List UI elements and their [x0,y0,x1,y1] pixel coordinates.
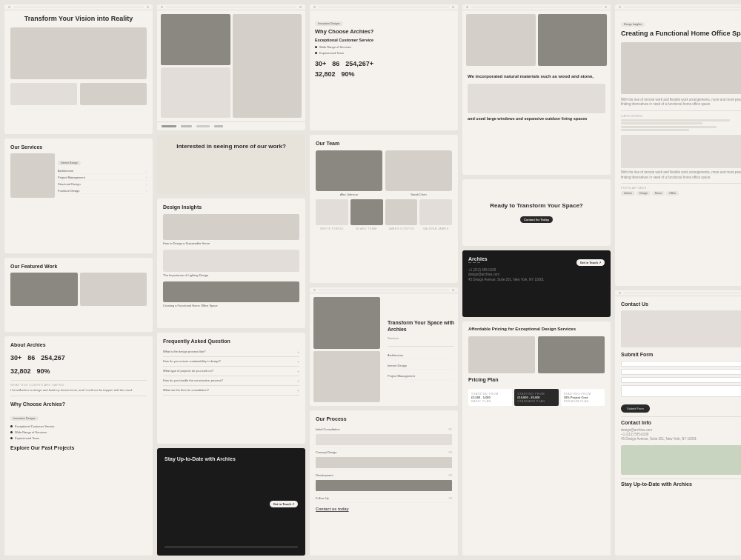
blog-excerpt: With the rise of remote work and flexibl… [621,98,741,107]
categories-label: Categories [621,114,741,118]
standard-plan: Starting from £10,000 - 20,000 Standard … [514,389,558,406]
team-heading: Our Team [316,140,452,147]
nav-bar [4,4,153,10]
faq-2[interactable]: How do you ensure sustainability in desi… [163,357,299,367]
service-item-4[interactable]: Furniture Design › [58,187,147,194]
faq-arrow-1: + [297,350,299,354]
faq-1[interactable]: What is the design process like? + [163,347,299,357]
name-field[interactable] [621,361,741,367]
avatar-4 [350,199,383,225]
basic-plan: Starting from £2,500 - 5,000 Basic Plan [468,389,512,406]
div-contact-2 [621,479,741,479]
wf-dot-1 [315,46,317,48]
service-item-3[interactable]: Structural Design › [58,181,147,187]
phone-field[interactable] [621,377,741,383]
step-2-num: 02 [449,450,452,454]
contact-for-today-btn[interactable]: Contact for Today [520,216,553,223]
service-item-2[interactable]: Project Management › [58,174,147,181]
avatar-5 [385,199,418,225]
why-feature-1-text: Wide Range of Services [319,45,351,49]
pricing-img-1 [468,336,535,373]
submit-button[interactable]: Submit Form [621,404,650,413]
blog-card-3: Creating a Functional Home Office Space [163,281,299,307]
team-member-3: White Forge [316,199,348,230]
featured-img-2 [80,273,147,306]
blog-title-2: The Importance of Lighting Design [163,273,299,277]
stay-updated-heading: Stay Up-to-Date with Archies [621,481,741,487]
service-arrow-1: › [146,169,147,173]
blog-img-2 [163,250,299,272]
faq-3[interactable]: What type of projects do you work on? + [163,367,299,376]
feature-dot-3 [10,437,13,439]
stat-4-val: 32,802 [10,367,31,375]
ws4: 32,802 [315,70,336,78]
blog-img-1 [163,214,299,240]
service-arrow-2: › [146,176,147,179]
message-field[interactable] [621,385,741,397]
faq-card: Frequently Asked Question What is the de… [157,333,305,444]
standard-name: Standard Plan [517,399,555,403]
nav-bar-7 [615,290,741,296]
featured-images [10,273,147,306]
service-item-4-text: Furniture Design [58,189,80,193]
service-tag-text: Interior Design [61,161,78,164]
svc-item-c[interactable]: Project Management [388,373,454,380]
column-3: Innovative Designs Why Choose Archies? E… [310,4,458,556]
services-heading: Our Services [10,144,147,150]
testimonial-section-label: What Our Clients Are Saying [10,383,147,387]
nav-logo-2 [161,6,163,8]
faq-arrow-2: + [297,359,299,364]
nat-img-1 [466,14,536,66]
get-in-touch-btn[interactable]: Get in Touch ↗ [270,501,298,507]
svc-b: Interior Design [388,364,407,367]
info-address: 45 Design Avenue, Suite 201, New York, N… [621,437,741,441]
stay-updated-dark: Stay Up-to-Date with Archies Get in Touc… [157,448,305,556]
star-2 [473,262,476,263]
svc-c: Project Management [388,374,415,378]
get-in-touch-dark-btn[interactable]: Get in Touch ↗ [576,259,605,266]
contact-img [621,310,741,347]
service-item-1[interactable]: Architecture › [58,167,147,174]
pricing-heading: Affordable Pricing for Exceptional Desig… [468,327,605,333]
faq-5-text: What are the fees for consultation? [163,388,209,393]
column-1: Transform Your Vision into Reality Our S… [4,4,153,556]
stats-row-2: 32,802 90% [10,367,147,375]
blog-title-1: How to Design a Sustainable Home [163,241,299,245]
step-3: Development 03 [316,471,452,494]
transform-cta-card: Transform Your Space with Archies Servic… [310,287,458,406]
team-member-5: James Contos [385,199,418,230]
step-3-num: 03 [449,473,452,477]
column-5: Design Insights Creating a Functional Ho… [615,4,741,556]
faq-5[interactable]: What are the fees for consultation? + [163,386,299,396]
ws5: 90% [342,70,355,78]
svc-item-b[interactable]: Interior Design [388,363,454,370]
faq-4[interactable]: How do you handle the construction proce… [163,376,299,386]
nav-bar-6 [615,4,741,10]
exc-cust: Exceptional Customer Service [315,38,453,43]
div-blog-2 [621,183,741,184]
logo-mark-2 [181,125,192,127]
nav-logo-3 [313,6,316,8]
featured-card: Our Featured Work [4,258,153,332]
why-stats-2: 32,802 90% [315,70,453,78]
nav-logo-5 [466,6,468,8]
pricing-img-2 [538,336,605,373]
pricing-plan-label: Pricing Plan [468,376,605,383]
stat-1-val: 30+ [10,354,21,361]
nav-bar-5 [462,4,611,10]
email-field[interactable] [621,369,741,375]
premium-plan: Starting from 10% Project Cost Premium P… [561,389,605,406]
contact-today[interactable]: Contact us today [316,507,452,512]
cat-bar-2 [621,122,702,124]
logo-mark-4 [214,125,223,127]
contact-address: 45 Design Avenue, Suite 201, New York, N… [468,278,605,282]
nav-logo-4 [313,289,316,291]
pricing-grid: Starting from £2,500 - 5,000 Basic Plan … [468,389,605,406]
hero-image [10,27,147,79]
svc-item-a[interactable]: Architecture [388,353,454,359]
cat-bar-3 [621,126,717,128]
member-1-name: Alex Johnson [340,193,358,196]
collage-img-2 [233,14,302,118]
divider-2 [10,396,147,396]
featured-img-1 [10,273,78,306]
